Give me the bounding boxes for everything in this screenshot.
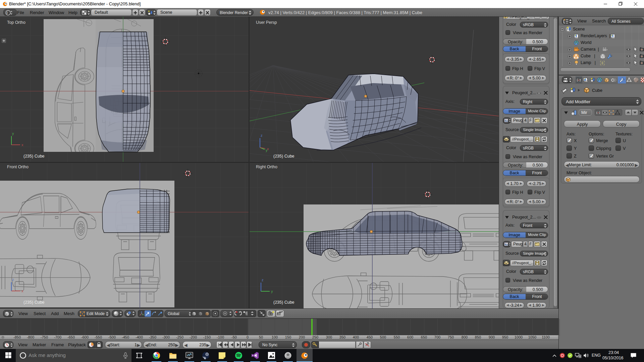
svg-text:z: z xyxy=(262,278,264,282)
svg-text:Right Ortho: Right Ortho xyxy=(256,165,277,169)
svg-text:User Persp: User Persp xyxy=(256,20,277,25)
svg-text:x: x xyxy=(21,143,23,147)
svg-text:(235) Cube: (235) Cube xyxy=(273,300,294,305)
svg-text:y: y xyxy=(12,131,14,135)
svg-text:x: x xyxy=(21,289,23,293)
svg-text:(235) Cube: (235) Cube xyxy=(273,154,294,159)
svg-text:Top Ortho: Top Ortho xyxy=(7,20,25,25)
svg-text:y: y xyxy=(271,289,273,293)
svg-text:z: z xyxy=(261,133,263,137)
svg-text:(235) Cube: (235) Cube xyxy=(23,154,45,159)
svg-text:Front Ortho: Front Ortho xyxy=(7,165,29,169)
svg-text:x: x xyxy=(267,147,269,151)
svg-text:z: z xyxy=(12,278,14,282)
svg-text:i: i xyxy=(6,11,7,15)
svg-text:(235) Cube: (235) Cube xyxy=(23,300,45,305)
